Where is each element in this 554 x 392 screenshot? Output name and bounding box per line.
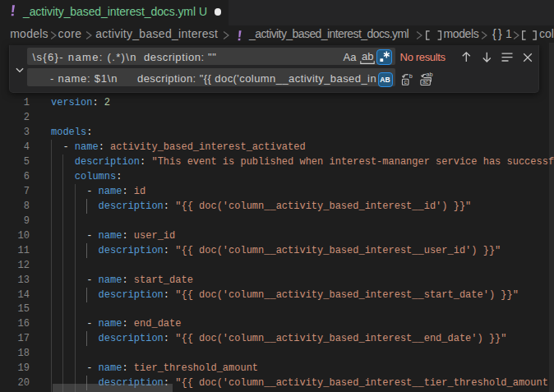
svg-text:ab: ab (426, 72, 432, 78)
svg-text:ac: ac (422, 79, 429, 85)
svg-text:c: c (404, 79, 407, 85)
svg-text:b: b (409, 72, 412, 80)
